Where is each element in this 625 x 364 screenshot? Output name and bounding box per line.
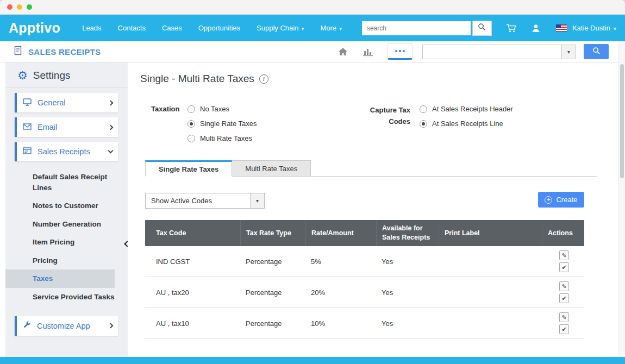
cell-print-label xyxy=(439,308,542,338)
radio-label: Multi Rate Taxes xyxy=(200,134,252,142)
close-window-button[interactable] xyxy=(7,4,12,10)
menu-item-label: More xyxy=(320,24,336,32)
cell-rate-amount: 20% xyxy=(305,277,376,307)
menu-item-supply-chain[interactable]: Supply Chain xyxy=(257,24,304,32)
sidebar-item-taxes[interactable]: Taxes xyxy=(5,269,115,288)
table-row: AU , tax20 Percentage 20% Yes xyxy=(145,277,584,308)
sidebar-item-label: Customize App xyxy=(37,322,90,330)
table-row: AU , tax10 Percentage 10% Yes xyxy=(145,308,584,339)
chevron-right-icon xyxy=(108,100,114,105)
contacts-person-icon[interactable] xyxy=(531,23,541,33)
menu-item-contacts[interactable]: Contacts xyxy=(118,24,146,32)
sidebar-item-label: General xyxy=(38,98,66,107)
top-navigation: Apptivo Leads Contacts Cases Opportuniti… xyxy=(0,15,625,41)
radio-no-taxes[interactable]: No Taxes xyxy=(188,102,257,116)
apptivo-logo[interactable]: Apptivo xyxy=(9,20,60,36)
search-button[interactable] xyxy=(472,21,492,36)
settings-header: ⚙ Settings xyxy=(5,62,128,88)
reports-chart-icon[interactable] xyxy=(362,47,373,57)
monitor-icon xyxy=(23,98,32,108)
user-menu[interactable]: Katie Dustin xyxy=(572,24,616,32)
plus-icon xyxy=(545,196,552,204)
column-header-tax-rate-type: Tax Rate Type xyxy=(240,220,305,246)
edit-row-button[interactable] xyxy=(559,312,569,322)
create-button-label: Create xyxy=(556,196,577,204)
main-menu: Leads Contacts Cases Opportunities Suppl… xyxy=(82,24,342,32)
radio-label: At Sales Receipts Header xyxy=(432,105,513,113)
app-window: Apptivo Leads Contacts Cases Opportuniti… xyxy=(0,0,625,364)
search-icon xyxy=(592,47,601,57)
sidebar-item-label: Sales Receipts xyxy=(38,147,90,156)
taxation-radio-group: No Taxes Single Rate Taxes Multi Rate Ta… xyxy=(188,102,257,146)
radio-label: Single Rate Taxes xyxy=(200,120,257,128)
sidebar-item-sales-receipts[interactable]: Sales Receipts xyxy=(15,142,118,161)
sidebar-item-label: Email xyxy=(38,123,57,131)
menu-item-more[interactable]: More xyxy=(320,24,342,32)
vertical-scrollbar[interactable] xyxy=(618,41,625,357)
appbar-dropdown-value xyxy=(423,45,561,59)
menu-item-cases[interactable]: Cases xyxy=(162,24,182,32)
table-row: IND CGST Percentage 5% Yes xyxy=(145,246,584,277)
appbar-icons xyxy=(338,43,412,60)
edit-row-button[interactable] xyxy=(559,281,569,291)
table-header-row: Tax Code Tax Rate Type Rate/Amount Avail… xyxy=(145,220,584,246)
tab-single-rate-taxes[interactable]: Single Rate Taxes xyxy=(145,160,232,177)
radio-single-rate-taxes[interactable]: Single Rate Taxes xyxy=(188,116,257,131)
gear-icon: ⚙ xyxy=(17,70,28,81)
menu-item-opportunities[interactable]: Opportunities xyxy=(198,24,240,32)
more-options-button[interactable] xyxy=(388,43,412,60)
sidebar-item-notes-to-customer[interactable]: Notes to Customer xyxy=(5,197,128,215)
appbar-dropdown[interactable] xyxy=(422,45,576,59)
radio-icon xyxy=(188,120,195,128)
cell-print-label xyxy=(439,246,542,277)
minimize-window-button[interactable] xyxy=(17,4,22,10)
sidebar-item-item-pricing[interactable]: Item Pricing xyxy=(5,233,128,252)
cell-actions xyxy=(542,308,584,338)
sidebar-item-service-provided-tasks[interactable]: Service Provided Tasks xyxy=(5,288,128,306)
menu-item-leads[interactable]: Leads xyxy=(82,24,101,32)
search-icon xyxy=(478,23,486,33)
sidebar-item-email[interactable]: Email xyxy=(15,117,118,137)
tax-tabs: Single Rate Taxes Multi Rate Taxes xyxy=(145,160,597,177)
radio-multi-rate-taxes[interactable]: Multi Rate Taxes xyxy=(188,131,257,146)
cell-actions xyxy=(542,277,584,307)
column-header-print-label: Print Label xyxy=(439,220,542,246)
capture-tax-codes-label: Capture Tax Codes xyxy=(365,105,410,128)
menu-item-label: Supply Chain xyxy=(257,24,298,32)
home-icon[interactable] xyxy=(338,47,348,57)
sidebar-item-customize-app[interactable]: Customize App xyxy=(15,316,118,336)
email-icon xyxy=(23,123,32,131)
wrench-icon xyxy=(23,321,31,331)
cell-available: Yes xyxy=(376,308,439,338)
cell-print-label xyxy=(439,277,542,307)
sidebar-item-pricing[interactable]: Pricing xyxy=(5,252,128,270)
sidebar-item-default-sales-receipt-lines[interactable]: Default Sales Receipt Lines xyxy=(5,168,128,197)
cell-actions xyxy=(542,246,584,277)
check-row-button[interactable] xyxy=(559,324,569,334)
create-button[interactable]: Create xyxy=(538,192,584,208)
radio-at-sales-receipts-line[interactable]: At Sales Receipts Line xyxy=(420,116,513,131)
main-content: Single - Multi Rate Taxes Taxation No Ta… xyxy=(128,62,618,357)
check-row-button[interactable] xyxy=(559,293,569,303)
search-input[interactable] xyxy=(362,21,471,35)
chevron-down-icon xyxy=(108,148,114,154)
radio-at-sales-receipts-header[interactable]: At Sales Receipts Header xyxy=(420,102,513,116)
chevron-down-icon xyxy=(614,24,616,32)
sidebar-item-number-generation[interactable]: Number Generation xyxy=(5,215,128,234)
info-icon[interactable] xyxy=(259,74,268,84)
check-row-button[interactable] xyxy=(559,262,569,272)
app-title: SALES RECEIPTS xyxy=(28,47,101,57)
appbar-search-button[interactable] xyxy=(584,44,609,59)
tab-multi-rate-taxes[interactable]: Multi Rate Taxes xyxy=(232,160,311,177)
cell-rate-amount: 10% xyxy=(305,308,376,338)
column-header-actions: Actions xyxy=(542,220,584,246)
cart-icon[interactable] xyxy=(506,23,517,33)
cell-tax-code: AU , tax20 xyxy=(145,277,240,307)
show-active-codes-dropdown[interactable]: Show Active Codes xyxy=(145,193,265,209)
page-footer xyxy=(0,357,625,364)
scrollbar-thumb[interactable] xyxy=(620,64,624,178)
edit-row-button[interactable] xyxy=(559,250,569,260)
column-header-rate-amount: Rate/Amount xyxy=(305,220,376,246)
zoom-window-button[interactable] xyxy=(27,4,32,10)
sidebar-item-general[interactable]: General xyxy=(15,93,118,112)
